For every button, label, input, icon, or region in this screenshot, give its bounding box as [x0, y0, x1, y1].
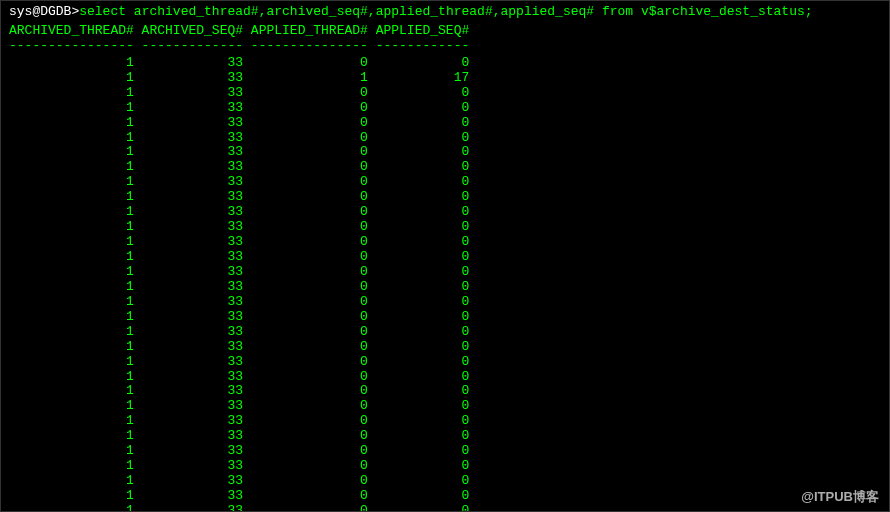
table-row: 1 33 1 17	[9, 71, 881, 86]
table-row: 1 33 0 0	[9, 265, 881, 280]
column-divider: ---------------- ------------- ---------…	[9, 39, 881, 54]
table-row: 1 33 0 0	[9, 295, 881, 310]
table-row: 1 33 0 0	[9, 414, 881, 429]
table-row: 1 33 0 0	[9, 280, 881, 295]
table-row: 1 33 0 0	[9, 399, 881, 414]
table-row: 1 33 0 0	[9, 310, 881, 325]
table-row: 1 33 0 0	[9, 250, 881, 265]
table-row: 1 33 0 0	[9, 355, 881, 370]
table-row: 1 33 0 0	[9, 370, 881, 385]
table-row: 1 33 0 0	[9, 504, 881, 512]
table-row: 1 33 0 0	[9, 325, 881, 340]
table-row: 1 33 0 0	[9, 235, 881, 250]
watermark: @ITPUB博客	[801, 490, 879, 505]
table-row: 1 33 0 0	[9, 175, 881, 190]
table-row: 1 33 0 0	[9, 205, 881, 220]
table-row: 1 33 0 0	[9, 116, 881, 131]
sql-prompt: sys@DGDB>	[9, 4, 79, 19]
sql-prompt-line: sys@DGDB>select archived_thread#,archive…	[9, 5, 881, 20]
table-row: 1 33 0 0	[9, 131, 881, 146]
table-row: 1 33 0 0	[9, 190, 881, 205]
table-row: 1 33 0 0	[9, 429, 881, 444]
table-row: 1 33 0 0	[9, 101, 881, 116]
table-row: 1 33 0 0	[9, 340, 881, 355]
table-row: 1 33 0 0	[9, 56, 881, 71]
table-row: 1 33 0 0	[9, 160, 881, 175]
table-row: 1 33 0 0	[9, 444, 881, 459]
table-row: 1 33 0 0	[9, 489, 881, 504]
table-row: 1 33 0 0	[9, 145, 881, 160]
sql-command: select archived_thread#,archived_seq#,ap…	[79, 4, 812, 19]
table-row: 1 33 0 0	[9, 220, 881, 235]
table-row: 1 33 0 0	[9, 474, 881, 489]
table-row: 1 33 0 0	[9, 86, 881, 101]
table-row: 1 33 0 0	[9, 384, 881, 399]
column-headers: ARCHIVED_THREAD# ARCHIVED_SEQ# APPLIED_T…	[9, 24, 881, 39]
result-rows: 1 33 0 0 1 33 1 17 1 33 0 0 1 33	[9, 56, 881, 512]
table-row: 1 33 0 0	[9, 459, 881, 474]
